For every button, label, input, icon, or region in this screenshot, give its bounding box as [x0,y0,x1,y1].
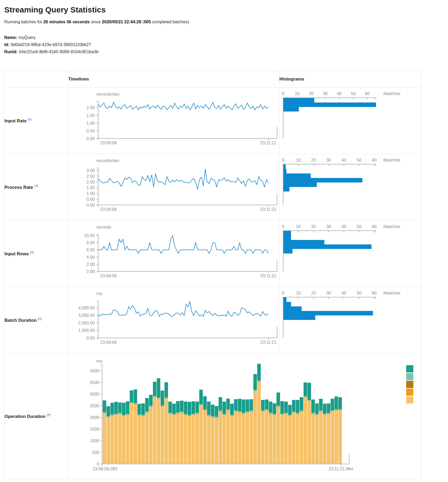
svg-text:1.50: 1.50 [87,113,95,118]
svg-text:40: 40 [342,224,346,229]
svg-text:#batches: #batches [383,91,400,96]
svg-text:23:06:06: 23:06:06 [100,274,117,278]
svg-text:0.00: 0.00 [87,269,95,274]
svg-text:23:06:06: 23:06:06 [100,207,117,212]
help-icon[interactable]: (?) [47,413,51,417]
svg-text:23:11:21.864: 23:11:21.864 [329,467,353,471]
svg-text:50: 50 [351,91,356,96]
help-icon[interactable]: (?) [38,317,42,320]
svg-text:40: 40 [337,91,342,96]
svg-text:#batches: #batches [383,291,400,295]
running-duration: 26 minutes 56 seconds [43,20,90,24]
process_rate_histogram-svg: 0102030405060#batches [279,154,421,220]
running-text: Running batches for [4,20,43,24]
svg-text:60: 60 [372,291,377,295]
svg-text:3500: 3500 [90,380,99,385]
svg-text:2.00: 2.00 [87,262,95,267]
svg-text:records/sec: records/sec [96,158,120,163]
svg-text:23:06:06: 23:06:06 [100,340,117,345]
input-rate-timeline-chart: records/sec2.001.501.000.500.0023:06:062… [68,88,279,154]
svg-text:0: 0 [97,462,99,466]
svg-text:23:11:21: 23:11:21 [260,274,276,278]
svg-text:2000: 2000 [90,415,99,420]
input-rate-histogram-chart: 0102030405060#batches [279,88,421,154]
input_rate_timeline-svg: records/sec2.001.501.000.500.0023:06:062… [68,88,279,154]
table-row: Input Rate (?) records/sec2.001.501.000.… [4,88,421,154]
svg-text:ms: ms [96,359,102,364]
svg-text:2.00: 2.00 [87,105,95,110]
svg-text:3.00: 3.00 [87,168,95,173]
svg-text:0.50: 0.50 [87,197,95,202]
help-icon[interactable]: (?) [30,251,34,254]
svg-text:20: 20 [311,291,316,295]
svg-text:23:06:06.093: 23:06:06.093 [93,467,117,471]
svg-text:records/sec: records/sec [96,92,120,97]
svg-text:2,000.00: 2,000.00 [78,321,95,325]
row-label-process-rate: Process Rate (?) [4,154,68,221]
svg-text:0.50: 0.50 [87,129,95,133]
runid-label: RunId: [4,50,18,54]
help-icon[interactable]: (?) [34,184,38,188]
process_rate_timeline-svg: records/sec3.002.502.001.501.000.500.002… [68,154,279,220]
input-rows-histogram-chart: 0102030405060#batches [279,221,421,287]
svg-text:50: 50 [357,291,361,295]
svg-text:2.00: 2.00 [87,180,95,184]
input_rate_histogram-svg: 0102030405060#batches [279,88,421,154]
legend-swatch [406,389,413,396]
operation-duration-chart: ms4000350030002500200015001000500023:06:… [68,354,421,479]
svg-text:30: 30 [326,291,331,295]
svg-text:23:06:06: 23:06:06 [100,141,117,145]
svg-text:0: 0 [282,158,284,162]
completed-batches-count: 505 [144,20,151,24]
svg-text:#batches: #batches [383,158,400,162]
svg-text:4.00: 4.00 [87,255,95,260]
svg-text:30: 30 [326,224,331,229]
svg-text:0.00: 0.00 [87,136,95,141]
query-metadata: Name:myQuery Id:9d0dd219-995d-423e-b97d-… [4,34,448,55]
svg-text:#batches: #batches [383,224,400,229]
svg-text:10: 10 [296,158,301,162]
svg-text:1.00: 1.00 [87,191,95,196]
svg-text:500: 500 [92,450,99,455]
svg-text:50: 50 [357,158,361,162]
input_rows_timeline-svg: records10.008.006.004.002.000.0023:06:06… [68,221,279,287]
timelines-header: Timelines [68,71,279,88]
svg-text:4000: 4000 [90,369,99,373]
query-name-line: Name:myQuery [4,34,448,41]
legend-swatch [406,396,413,404]
query-id-line: Id:9d0dd219-995d-423e-b97d-36931110bb27 [4,41,448,48]
empty-header-cell [4,71,68,88]
svg-text:4,000.00: 4,000.00 [78,306,95,310]
svg-text:60: 60 [365,91,370,96]
svg-text:23:11:21: 23:11:21 [260,340,276,345]
svg-text:60: 60 [372,224,377,229]
name-label: Name: [4,35,17,40]
svg-text:6.00: 6.00 [87,248,95,252]
svg-text:1000: 1000 [90,439,99,443]
svg-text:1.50: 1.50 [87,185,95,190]
table-row: Input Rows (?) records10.008.006.004.002… [4,221,421,287]
svg-text:30: 30 [323,91,328,96]
svg-text:50: 50 [357,224,361,229]
statistics-table: Timelines Histograms Input Rate (?) reco… [4,71,421,479]
page-title: Streaming Query Statistics [4,5,448,14]
input_rows_histogram-svg: 0102030405060#batches [279,221,421,287]
svg-text:30: 30 [326,158,331,162]
input-rows-timeline-chart: records10.008.006.004.002.000.0023:06:06… [68,221,279,287]
batch-duration-timeline-chart: ms4,000.003,000.002,000.001,000.000.0023… [68,287,279,353]
legend-swatch [406,373,413,380]
query-runid-line: RunId:04e101e6-8bf8-4165-9099-9104c951ba… [4,48,448,55]
id-label: Id: [4,42,10,47]
help-icon[interactable]: (?) [28,118,31,121]
svg-text:10: 10 [296,291,301,295]
id-value: 9d0dd219-995d-423e-b97d-36931110bb27 [11,42,91,47]
svg-text:10: 10 [296,224,301,229]
svg-text:records: records [96,225,111,230]
batch_duration_timeline-svg: ms4,000.003,000.002,000.001,000.000.0023… [68,287,279,353]
table-row: Batch Duration (?) ms4,000.003,000.002,0… [4,287,421,354]
svg-text:20: 20 [311,224,316,229]
histograms-header: Histograms [279,71,421,88]
legend-swatch [406,365,413,372]
name-value: myQuery [19,35,36,40]
svg-text:23:11:21: 23:11:21 [260,207,276,212]
